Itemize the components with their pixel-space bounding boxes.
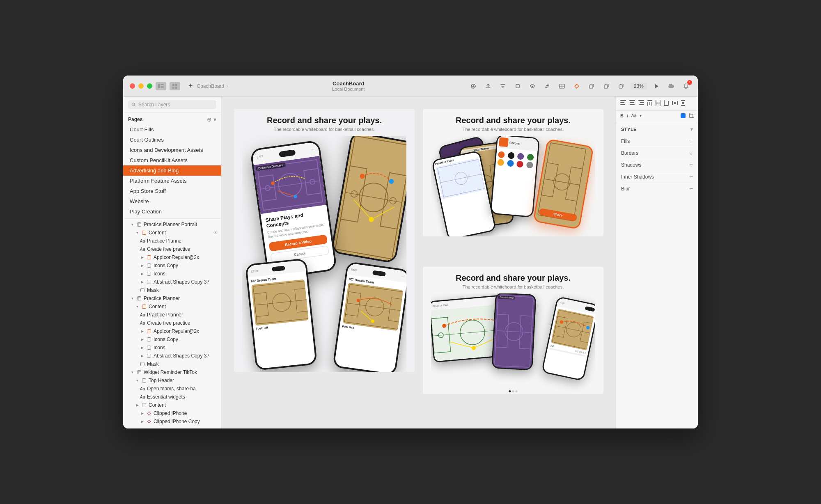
sidebar-item-platform-feature[interactable]: Platform Feature Assets xyxy=(123,176,221,186)
layer-mask[interactable]: Mask xyxy=(123,286,221,294)
svg-rect-137 xyxy=(668,101,669,105)
layer-abstract-shapes[interactable]: ▶ Abstract Shapes Copy 37 xyxy=(123,278,221,286)
frame-icon[interactable] xyxy=(557,81,567,92)
crop-resize-icon[interactable] xyxy=(688,112,695,120)
layer-clipped-iphone-copy[interactable]: ▶ Clipped iPhone Copy xyxy=(123,417,221,426)
style-chevron[interactable]: ▾ xyxy=(690,126,693,132)
align-left-icon[interactable] xyxy=(619,99,627,108)
layer-icons2[interactable]: ▶ Icons xyxy=(123,344,221,352)
layer-practice-planner2[interactable]: ▾ Practice Planner xyxy=(123,294,221,302)
svg-rect-23 xyxy=(147,256,151,259)
layers-icon[interactable] xyxy=(527,81,538,92)
svg-rect-124 xyxy=(630,104,635,105)
align-middle-icon[interactable] xyxy=(655,99,661,108)
layer-clipped-iphone[interactable]: ▶ Clipped iPhone xyxy=(123,409,221,417)
inner-shadows-add-button[interactable]: + xyxy=(689,174,693,180)
insert-icon[interactable] xyxy=(468,81,479,92)
layer-icons-copy2[interactable]: ▶ Icons Copy xyxy=(123,335,221,344)
sidebar-item-play-creation[interactable]: Play Creation xyxy=(123,206,221,217)
layer-text-create-free[interactable]: Aa Create free practice xyxy=(123,245,221,253)
sidebar-item-court-fills[interactable]: Court Fills xyxy=(123,124,221,135)
layer-widget-reminder[interactable]: ▾ Widget Reminder TikTok xyxy=(123,368,221,376)
pages-section-header: Pages ⊕ ▾ xyxy=(123,113,221,124)
layer-text-practice-planner[interactable]: Aa Practice Planner xyxy=(123,237,221,245)
align-bottom-icon[interactable] xyxy=(663,99,670,108)
borders-add-button[interactable]: + xyxy=(689,150,693,156)
pen-icon[interactable] xyxy=(542,81,553,92)
add-button[interactable]: + xyxy=(188,82,193,90)
play-icon[interactable] xyxy=(651,81,662,92)
align-top-icon[interactable] xyxy=(647,99,653,108)
fills-add-button[interactable]: + xyxy=(689,138,693,144)
layer-visibility-icon[interactable]: 👁 xyxy=(213,230,218,235)
component-icon[interactable] xyxy=(571,81,582,92)
sidebar-item-custom-pencilkit[interactable]: Custom PencilKit Assets xyxy=(123,155,221,165)
sidebar-item-advertising-blog[interactable]: Advertising and Blog xyxy=(123,165,221,176)
grid-toggle-icon[interactable] xyxy=(170,82,180,90)
layer-text2[interactable]: Aa Practice Planner xyxy=(123,311,221,319)
cloud-icon[interactable] xyxy=(666,81,677,92)
shadows-add-button[interactable]: + xyxy=(689,162,693,168)
color-fill-icon[interactable] xyxy=(680,112,686,120)
layer-appicon2[interactable]: ▶ AppIconRegular@2x xyxy=(123,327,221,335)
upload-icon[interactable] xyxy=(483,81,493,92)
inner-shadows-label: Inner Shadows xyxy=(621,174,654,180)
svg-rect-34 xyxy=(147,346,151,350)
chevron-down-icon[interactable]: ▾ xyxy=(639,112,642,120)
artboard1-title: Record and share your plays. xyxy=(456,116,571,125)
copy2-icon[interactable] xyxy=(601,81,612,92)
minimize-button[interactable] xyxy=(138,83,144,89)
layer-appicon[interactable]: ▶ AppIconRegular@2x xyxy=(123,253,221,261)
layer-essential-widgets[interactable]: Aa Essential widgets xyxy=(123,393,221,401)
layer-icons-copy[interactable]: ▶ Icons Copy xyxy=(123,261,221,270)
layer-abstract2[interactable]: ▶ Abstract Shapes Copy 37 xyxy=(123,352,221,360)
right-panel-toolbar-row1 xyxy=(616,97,698,111)
layer-open-teams[interactable]: Aa Open teams, share ba xyxy=(123,385,221,393)
layer-content-group3[interactable]: ▶ Content xyxy=(123,401,221,409)
svg-rect-16 xyxy=(619,85,622,88)
layer-text3[interactable]: Aa Create free practice xyxy=(123,319,221,327)
italic-icon[interactable]: I xyxy=(626,112,629,120)
close-button[interactable] xyxy=(130,83,135,89)
distribute-h-icon[interactable] xyxy=(671,99,679,108)
sidebar-item-court-outlines[interactable]: Court Outlines xyxy=(123,135,221,145)
artboard-1[interactable]: Record and share your plays. The recorda… xyxy=(423,109,603,236)
text-size-icon[interactable]: Aa xyxy=(631,112,637,120)
chevron-down-icon: ▾ xyxy=(130,370,135,375)
svg-rect-32 xyxy=(147,330,151,333)
sidebar-item-icons-dev[interactable]: Icons and Development Assets xyxy=(123,145,221,155)
artboard-3[interactable]: Record and share your plays. The recorda… xyxy=(423,267,603,394)
filter-icon[interactable] xyxy=(498,81,508,92)
align-right-icon[interactable] xyxy=(638,99,645,108)
align-center-icon[interactable] xyxy=(628,99,636,108)
sidebar-toggle-icon[interactable] xyxy=(156,82,166,90)
layer-content-group2[interactable]: ▾ Content xyxy=(123,302,221,311)
canvas-area[interactable]: Record and share your plays. The recorda… xyxy=(222,97,616,428)
notification-icon[interactable]: 1 xyxy=(681,81,691,92)
layer-content-group[interactable]: ▾ Content 👁 xyxy=(123,229,221,237)
fullscreen-button[interactable] xyxy=(147,83,152,89)
layer-top-header[interactable]: ▾ Top Header xyxy=(123,376,221,385)
search-input[interactable] xyxy=(138,102,213,108)
copy1-icon[interactable] xyxy=(586,81,597,92)
layers-list: ▾ Practice Planner Portrait ▾ Content xyxy=(123,218,221,426)
sidebar-item-website[interactable]: Website xyxy=(123,196,221,206)
bold-icon[interactable]: B xyxy=(619,112,624,120)
layer-mask2[interactable]: Mask xyxy=(123,360,221,368)
artboard-2[interactable]: Record and share your plays. The recorda… xyxy=(234,109,415,372)
add-page-button[interactable]: ⊕ xyxy=(207,116,212,123)
layer-practice-planner-portrait[interactable]: ▾ Practice Planner Portrait xyxy=(123,220,221,229)
chevron-right-icon: ▶ xyxy=(140,271,144,276)
layer-icons[interactable]: ▶ Icons xyxy=(123,270,221,278)
crop-icon[interactable] xyxy=(512,81,523,92)
svg-rect-136 xyxy=(664,100,665,105)
distribute-v-icon[interactable] xyxy=(680,99,686,108)
blur-add-button[interactable]: + xyxy=(689,186,693,192)
zoom-level[interactable]: 23% xyxy=(631,82,647,90)
titlebar-toolbar: 23% 1 xyxy=(468,81,691,92)
copy3-icon[interactable] xyxy=(616,81,626,92)
pages-chevron[interactable]: ▾ xyxy=(213,116,216,123)
sidebar-item-app-store[interactable]: App Store Stuff xyxy=(123,186,221,196)
svg-rect-31 xyxy=(142,305,146,309)
chevron-down-icon: ▾ xyxy=(135,230,140,235)
